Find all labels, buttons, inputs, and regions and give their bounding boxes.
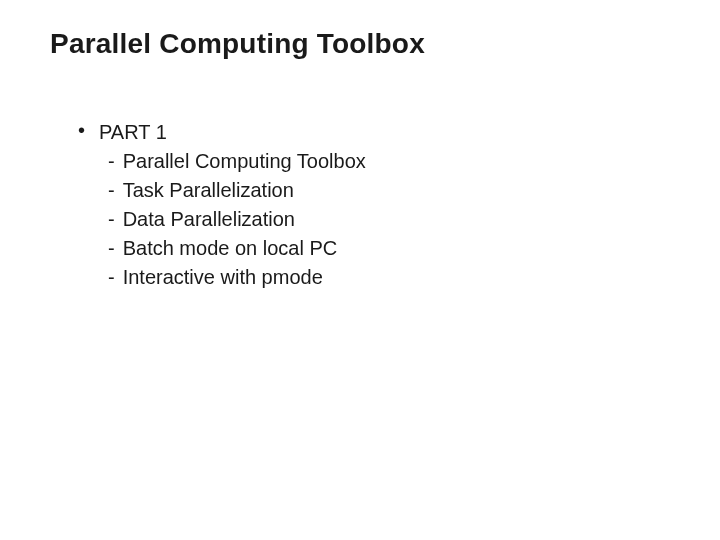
list-item-label: Interactive with pmode xyxy=(123,263,323,292)
part-label: PART 1 xyxy=(99,118,167,147)
list-item: - Batch mode on local PC xyxy=(108,234,670,263)
slide-body: • PART 1 - Parallel Computing Toolbox - … xyxy=(50,118,670,292)
list-item-label: Parallel Computing Toolbox xyxy=(123,147,366,176)
sublist: - Parallel Computing Toolbox - Task Para… xyxy=(78,147,670,292)
bullet-dot-icon: • xyxy=(78,116,85,145)
dash-icon: - xyxy=(108,176,115,205)
list-item: - Parallel Computing Toolbox xyxy=(108,147,670,176)
slide: Parallel Computing Toolbox • PART 1 - Pa… xyxy=(0,0,720,540)
list-item-label: Data Parallelization xyxy=(123,205,295,234)
bullet-item: • PART 1 xyxy=(78,118,670,147)
dash-icon: - xyxy=(108,234,115,263)
dash-icon: - xyxy=(108,147,115,176)
dash-icon: - xyxy=(108,263,115,292)
list-item: - Task Parallelization xyxy=(108,176,670,205)
list-item: - Interactive with pmode xyxy=(108,263,670,292)
list-item: - Data Parallelization xyxy=(108,205,670,234)
list-item-label: Batch mode on local PC xyxy=(123,234,338,263)
slide-title: Parallel Computing Toolbox xyxy=(50,28,670,60)
dash-icon: - xyxy=(108,205,115,234)
list-item-label: Task Parallelization xyxy=(123,176,294,205)
